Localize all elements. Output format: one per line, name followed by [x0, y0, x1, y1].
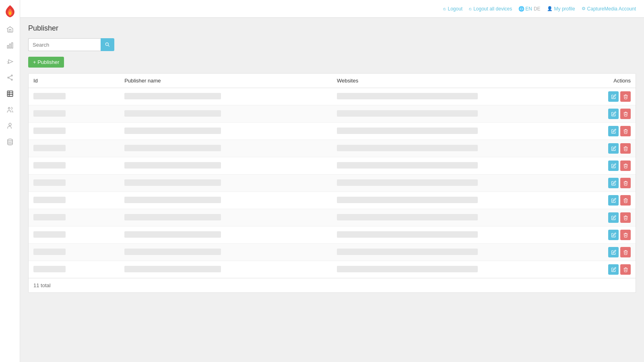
skeleton-websites [337, 197, 478, 203]
skeleton-id [33, 162, 66, 169]
skeleton-name [124, 197, 221, 203]
skeleton-id [33, 197, 66, 203]
skeleton-websites [337, 266, 478, 272]
skeleton-id [33, 214, 66, 220]
cell-id [29, 88, 120, 105]
logout-icon: ⎋ [443, 6, 446, 11]
add-publisher-button[interactable]: + Publisher [28, 57, 64, 68]
cell-publisher-name [120, 209, 332, 226]
edit-icon [611, 250, 616, 255]
sidebar-item-home[interactable] [3, 23, 17, 37]
col-actions: Actions [563, 74, 636, 88]
trash-icon [623, 267, 628, 272]
cell-publisher-name [120, 261, 332, 278]
edit-icon [611, 181, 616, 186]
cell-id [29, 244, 120, 261]
delete-button[interactable] [620, 126, 631, 136]
logout-link[interactable]: ⎋ Logout [443, 6, 462, 12]
delete-button[interactable] [620, 178, 631, 188]
edit-button[interactable] [608, 264, 619, 275]
table-row [29, 157, 636, 175]
trash-icon [623, 250, 628, 255]
skeleton-id [33, 145, 66, 151]
sidebar-item-analytics[interactable] [3, 39, 17, 53]
capturemedia-label: CaptureMedia Account [587, 6, 636, 12]
my-profile-link[interactable]: 👤 My profile [547, 6, 575, 12]
table-row [29, 175, 636, 192]
skeleton-id [33, 266, 66, 272]
trash-icon [623, 129, 628, 134]
cell-publisher-name [120, 88, 332, 105]
publisher-table-container: Id Publisher name Websites Actions [28, 73, 636, 293]
search-bar [28, 38, 636, 51]
cell-websites [332, 261, 563, 278]
delete-button[interactable] [620, 195, 631, 206]
action-buttons [568, 109, 631, 119]
table-row [29, 244, 636, 261]
delete-button[interactable] [620, 264, 631, 275]
cell-id [29, 209, 120, 226]
sidebar-item-campaigns[interactable] [3, 55, 17, 69]
skeleton-id [33, 93, 66, 99]
edit-button[interactable] [608, 109, 619, 119]
bar-chart-icon [6, 42, 14, 50]
skeleton-websites [337, 179, 478, 186]
cell-actions [563, 105, 636, 123]
my-profile-label: My profile [554, 6, 575, 12]
add-publisher-label: + Publisher [33, 59, 59, 65]
sidebar-item-profile[interactable] [3, 119, 17, 134]
edit-button[interactable] [608, 212, 619, 223]
sidebar-item-publisher[interactable] [3, 87, 17, 101]
skeleton-name [124, 179, 221, 186]
action-buttons [568, 143, 631, 154]
skeleton-websites [337, 162, 478, 169]
delete-button[interactable] [620, 230, 631, 240]
language-switcher[interactable]: 🌐 EN DE [518, 6, 540, 12]
edit-icon [611, 232, 616, 238]
main-content: ⎋ Logout ⎋ Logout all devices 🌐 EN DE 👤 … [20, 0, 644, 362]
table-row [29, 261, 636, 278]
sidebar-item-audience[interactable] [3, 103, 17, 117]
delete-button[interactable] [620, 109, 631, 119]
capturemedia-link[interactable]: ⚙ CaptureMedia Account [582, 6, 636, 12]
edit-button[interactable] [608, 160, 619, 171]
cell-actions [563, 192, 636, 209]
sidebar-item-network[interactable] [3, 71, 17, 85]
search-input[interactable] [28, 38, 101, 51]
cell-publisher-name [120, 140, 332, 157]
table-row [29, 123, 636, 140]
search-button[interactable] [101, 38, 114, 51]
edit-button[interactable] [608, 230, 619, 240]
svg-point-5 [11, 79, 12, 80]
sidebar-logo[interactable] [3, 4, 17, 19]
logout-all-link[interactable]: ⎋ Logout all devices [469, 6, 512, 12]
skeleton-websites [337, 145, 478, 151]
svg-rect-1 [9, 44, 10, 48]
edit-button[interactable] [608, 126, 619, 136]
cell-publisher-name [120, 226, 332, 244]
delete-button[interactable] [620, 91, 631, 102]
table-row [29, 192, 636, 209]
delete-button[interactable] [620, 247, 631, 257]
delete-button[interactable] [620, 160, 631, 171]
trash-icon [623, 163, 628, 169]
cell-publisher-name [120, 175, 332, 192]
trash-icon [623, 198, 628, 203]
cell-websites [332, 105, 563, 123]
edit-button[interactable] [608, 247, 619, 257]
table-footer: 11 total [29, 278, 636, 292]
delete-button[interactable] [620, 212, 631, 223]
edit-button[interactable] [608, 178, 619, 188]
table-body [29, 88, 636, 278]
sidebar-item-database[interactable] [3, 135, 17, 150]
capturemedia-icon: ⚙ [582, 6, 586, 11]
edit-button[interactable] [608, 91, 619, 102]
trash-icon [623, 111, 628, 117]
cell-websites [332, 209, 563, 226]
skeleton-id [33, 179, 66, 186]
edit-icon [611, 111, 616, 117]
content-area: Publisher + Publisher Id Publisher name [20, 18, 644, 362]
edit-button[interactable] [608, 143, 619, 154]
edit-button[interactable] [608, 195, 619, 206]
delete-button[interactable] [620, 143, 631, 154]
